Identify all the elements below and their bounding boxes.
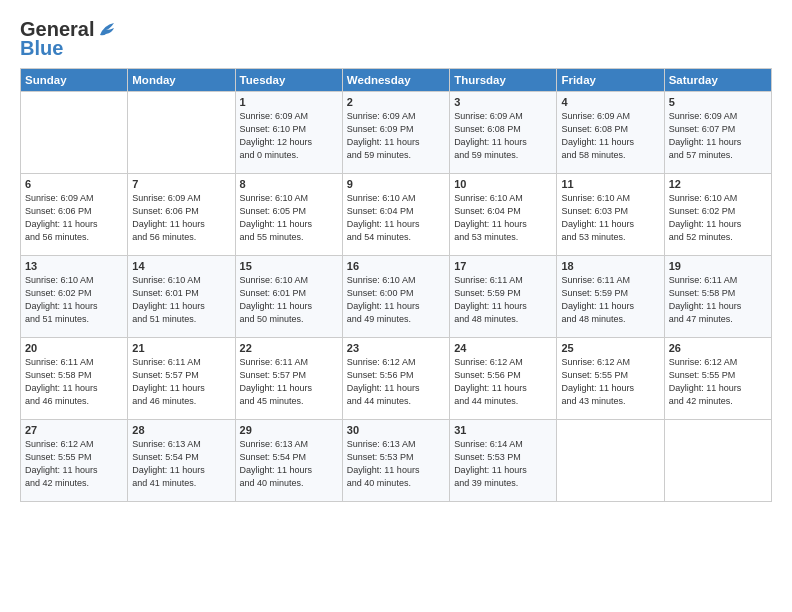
cell-info: and 41 minutes. — [132, 477, 230, 490]
day-number: 7 — [132, 178, 230, 190]
calendar-cell: 20Sunrise: 6:11 AMSunset: 5:58 PMDayligh… — [21, 338, 128, 420]
cell-info: Sunset: 6:05 PM — [240, 205, 338, 218]
day-number: 28 — [132, 424, 230, 436]
cell-info: Sunrise: 6:10 AM — [25, 274, 123, 287]
calendar-cell: 16Sunrise: 6:10 AMSunset: 6:00 PMDayligh… — [342, 256, 449, 338]
cell-info: and 47 minutes. — [669, 313, 767, 326]
day-number: 11 — [561, 178, 659, 190]
calendar-cell: 27Sunrise: 6:12 AMSunset: 5:55 PMDayligh… — [21, 420, 128, 502]
cell-info: and 43 minutes. — [561, 395, 659, 408]
cell-info: and 50 minutes. — [240, 313, 338, 326]
calendar-cell: 17Sunrise: 6:11 AMSunset: 5:59 PMDayligh… — [450, 256, 557, 338]
cell-info: and 57 minutes. — [669, 149, 767, 162]
cell-info: Sunset: 6:03 PM — [561, 205, 659, 218]
day-number: 1 — [240, 96, 338, 108]
week-row: 1Sunrise: 6:09 AMSunset: 6:10 PMDaylight… — [21, 92, 772, 174]
cell-info: Sunset: 6:02 PM — [669, 205, 767, 218]
cell-info: Daylight: 11 hours — [347, 218, 445, 231]
cell-info: Sunrise: 6:09 AM — [240, 110, 338, 123]
cell-info: Daylight: 11 hours — [561, 136, 659, 149]
cell-info: Sunset: 6:10 PM — [240, 123, 338, 136]
cell-info: Sunset: 6:00 PM — [347, 287, 445, 300]
cell-info: Sunset: 5:53 PM — [347, 451, 445, 464]
cell-info: Sunrise: 6:10 AM — [669, 192, 767, 205]
calendar-cell: 18Sunrise: 6:11 AMSunset: 5:59 PMDayligh… — [557, 256, 664, 338]
cell-info: Sunset: 5:57 PM — [240, 369, 338, 382]
cell-info: Daylight: 11 hours — [454, 136, 552, 149]
calendar-cell: 9Sunrise: 6:10 AMSunset: 6:04 PMDaylight… — [342, 174, 449, 256]
cell-info: Sunset: 5:55 PM — [25, 451, 123, 464]
cell-info: Sunset: 5:54 PM — [132, 451, 230, 464]
cell-info: Daylight: 11 hours — [669, 136, 767, 149]
cell-info: Sunset: 6:01 PM — [240, 287, 338, 300]
cell-info: Sunrise: 6:12 AM — [561, 356, 659, 369]
cell-info: Sunrise: 6:12 AM — [347, 356, 445, 369]
cell-info: Daylight: 11 hours — [454, 300, 552, 313]
calendar-cell: 15Sunrise: 6:10 AMSunset: 6:01 PMDayligh… — [235, 256, 342, 338]
header-row: SundayMondayTuesdayWednesdayThursdayFrid… — [21, 69, 772, 92]
cell-info: Sunset: 5:59 PM — [561, 287, 659, 300]
cell-info: Daylight: 11 hours — [25, 218, 123, 231]
calendar-cell — [128, 92, 235, 174]
cell-info: and 42 minutes. — [25, 477, 123, 490]
cell-info: Daylight: 11 hours — [561, 382, 659, 395]
calendar-cell: 30Sunrise: 6:13 AMSunset: 5:53 PMDayligh… — [342, 420, 449, 502]
cell-info: Daylight: 11 hours — [25, 300, 123, 313]
cell-info: Sunrise: 6:09 AM — [25, 192, 123, 205]
cell-info: Daylight: 11 hours — [669, 218, 767, 231]
calendar-cell: 19Sunrise: 6:11 AMSunset: 5:58 PMDayligh… — [664, 256, 771, 338]
cell-info: and 53 minutes. — [561, 231, 659, 244]
cell-info: and 0 minutes. — [240, 149, 338, 162]
cell-info: and 51 minutes. — [132, 313, 230, 326]
cell-info: Sunrise: 6:12 AM — [454, 356, 552, 369]
cell-info: Sunset: 5:58 PM — [669, 287, 767, 300]
cell-info: Daylight: 11 hours — [454, 218, 552, 231]
cell-info: and 56 minutes. — [132, 231, 230, 244]
cell-info: Daylight: 11 hours — [25, 464, 123, 477]
cell-info: Sunrise: 6:12 AM — [669, 356, 767, 369]
cell-info: Sunset: 6:06 PM — [25, 205, 123, 218]
cell-info: and 55 minutes. — [240, 231, 338, 244]
calendar-cell: 13Sunrise: 6:10 AMSunset: 6:02 PMDayligh… — [21, 256, 128, 338]
cell-info: Sunrise: 6:10 AM — [347, 192, 445, 205]
day-number: 27 — [25, 424, 123, 436]
day-number: 22 — [240, 342, 338, 354]
calendar-cell: 21Sunrise: 6:11 AMSunset: 5:57 PMDayligh… — [128, 338, 235, 420]
cell-info: Sunrise: 6:09 AM — [669, 110, 767, 123]
calendar-cell: 24Sunrise: 6:12 AMSunset: 5:56 PMDayligh… — [450, 338, 557, 420]
calendar-cell: 2Sunrise: 6:09 AMSunset: 6:09 PMDaylight… — [342, 92, 449, 174]
cell-info: Daylight: 11 hours — [347, 136, 445, 149]
day-number: 17 — [454, 260, 552, 272]
calendar-cell: 5Sunrise: 6:09 AMSunset: 6:07 PMDaylight… — [664, 92, 771, 174]
calendar-cell: 14Sunrise: 6:10 AMSunset: 6:01 PMDayligh… — [128, 256, 235, 338]
cell-info: Sunrise: 6:10 AM — [240, 274, 338, 287]
cell-info: Sunrise: 6:10 AM — [132, 274, 230, 287]
col-header-friday: Friday — [557, 69, 664, 92]
calendar-cell: 12Sunrise: 6:10 AMSunset: 6:02 PMDayligh… — [664, 174, 771, 256]
cell-info: Daylight: 11 hours — [132, 382, 230, 395]
cell-info: Daylight: 11 hours — [454, 464, 552, 477]
logo: General Blue — [20, 18, 118, 60]
cell-info: Sunset: 6:01 PM — [132, 287, 230, 300]
cell-info: Sunset: 5:58 PM — [25, 369, 123, 382]
cell-info: Sunset: 5:53 PM — [454, 451, 552, 464]
cell-info: Sunrise: 6:11 AM — [25, 356, 123, 369]
cell-info: Daylight: 11 hours — [347, 464, 445, 477]
day-number: 23 — [347, 342, 445, 354]
day-number: 16 — [347, 260, 445, 272]
day-number: 29 — [240, 424, 338, 436]
cell-info: Sunset: 5:57 PM — [132, 369, 230, 382]
day-number: 20 — [25, 342, 123, 354]
cell-info: Sunrise: 6:10 AM — [240, 192, 338, 205]
cell-info: Sunrise: 6:09 AM — [454, 110, 552, 123]
day-number: 8 — [240, 178, 338, 190]
cell-info: Sunrise: 6:13 AM — [132, 438, 230, 451]
day-number: 13 — [25, 260, 123, 272]
cell-info: and 46 minutes. — [132, 395, 230, 408]
cell-info: Sunset: 6:06 PM — [132, 205, 230, 218]
day-number: 5 — [669, 96, 767, 108]
day-number: 12 — [669, 178, 767, 190]
calendar-cell: 4Sunrise: 6:09 AMSunset: 6:08 PMDaylight… — [557, 92, 664, 174]
cell-info: Daylight: 11 hours — [669, 300, 767, 313]
cell-info: and 46 minutes. — [25, 395, 123, 408]
